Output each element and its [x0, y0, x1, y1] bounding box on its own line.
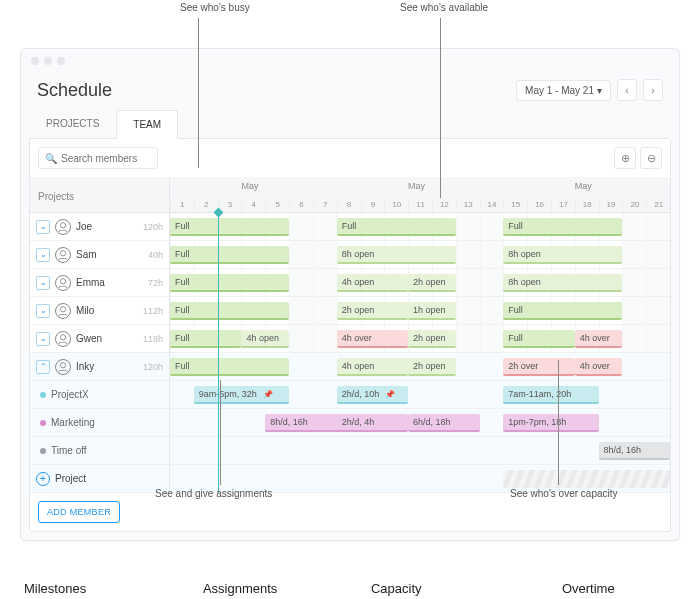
allocation-bar[interactable] — [503, 470, 670, 488]
day-column-header: 5 — [265, 200, 289, 209]
day-column-header: 15 — [503, 200, 527, 209]
allocation-bar[interactable]: 2h open — [408, 274, 456, 292]
allocation-bar[interactable]: Full — [503, 330, 574, 348]
allocation-bar[interactable]: 8h/d, 16h — [599, 442, 670, 460]
annotation-busy: See who's busy — [180, 2, 250, 13]
feature-title: Overtime — [562, 581, 676, 596]
allocation-bar[interactable]: 4h over — [575, 358, 623, 376]
allocation-bar[interactable]: Full — [170, 218, 289, 236]
member-name: Emma — [76, 277, 143, 288]
chevron-down-icon: ▾ — [597, 85, 602, 96]
day-column-header: 17 — [551, 200, 575, 209]
allocation-bar[interactable]: 2h/d, 10h📌 — [337, 386, 408, 404]
allocation-bar[interactable]: 9am-5pm, 32h📌 — [194, 386, 289, 404]
annotation-available: See who's available — [400, 2, 488, 13]
avatar-icon — [55, 303, 71, 319]
project-color-dot — [40, 392, 46, 398]
allocation-bar[interactable]: 8h open — [503, 274, 622, 292]
member-row-joe[interactable]: ⌄ Joe 120h — [30, 213, 169, 241]
expand-icon[interactable]: ⌄ — [36, 304, 50, 318]
project-row-marketing[interactable]: Marketing — [30, 409, 169, 437]
day-column-header: 10 — [384, 200, 408, 209]
day-column-header: 2 — [194, 200, 218, 209]
allocation-bar[interactable]: 2h over — [503, 358, 574, 376]
project-row-timeoff[interactable]: Time off — [30, 437, 169, 465]
svg-point-4 — [60, 334, 65, 339]
allocation-bar[interactable]: 4h over — [575, 330, 623, 348]
project-color-dot — [40, 420, 46, 426]
traffic-light-min[interactable] — [44, 57, 52, 65]
member-hours: 40h — [148, 250, 163, 260]
member-row-gwen[interactable]: ⌄ Gwen 118h — [30, 325, 169, 353]
allocation-bar[interactable]: 4h open — [337, 274, 408, 292]
expand-icon[interactable]: ⌄ — [36, 248, 50, 262]
member-row-inky[interactable]: ⌃ Inky 120h — [30, 353, 169, 381]
allocation-bar[interactable]: 8h open — [503, 246, 622, 264]
add-member-button[interactable]: ADD MEMBER — [38, 501, 120, 523]
svg-point-0 — [60, 222, 65, 227]
allocation-bar[interactable]: Full — [170, 246, 289, 264]
search-icon: 🔍 — [45, 153, 57, 164]
allocation-bar[interactable]: 1pm-7pm, 18h — [503, 414, 598, 432]
next-button[interactable]: › — [643, 79, 663, 101]
day-column-header: 13 — [456, 200, 480, 209]
member-hours: 72h — [148, 278, 163, 288]
day-column-header: 19 — [599, 200, 623, 209]
timeline: MayMayMay 123456789101112131415161718192… — [170, 177, 670, 493]
pin-icon: 📌 — [263, 390, 273, 399]
traffic-light-close[interactable] — [31, 57, 39, 65]
expand-icon[interactable]: ⌄ — [36, 276, 50, 290]
allocation-bar[interactable]: 2h/d, 4h — [337, 414, 408, 432]
search-input-wrap[interactable]: 🔍 — [38, 147, 158, 169]
annotation-line — [558, 360, 559, 485]
zoom-in-button[interactable]: ⊕ — [614, 147, 636, 169]
traffic-light-max[interactable] — [57, 57, 65, 65]
project-row-projectx[interactable]: ProjectX — [30, 381, 169, 409]
member-row-emma[interactable]: ⌄ Emma 72h — [30, 269, 169, 297]
date-range-picker[interactable]: May 1 - May 21 ▾ — [516, 80, 611, 101]
allocation-bar[interactable]: 2h open — [408, 358, 456, 376]
day-column-header: 6 — [289, 200, 313, 209]
timeline-header: MayMayMay 123456789101112131415161718192… — [170, 177, 670, 213]
allocation-bar[interactable]: Full — [170, 330, 241, 348]
expand-icon[interactable]: ⌄ — [36, 220, 50, 234]
allocation-bar[interactable]: 2h open — [337, 302, 408, 320]
project-name: Time off — [51, 445, 163, 456]
day-column-header: 12 — [432, 200, 456, 209]
member-name: Gwen — [76, 333, 138, 344]
collapse-icon[interactable]: ⌃ — [36, 360, 50, 374]
allocation-bar[interactable]: Full — [337, 218, 456, 236]
allocation-bar[interactable]: Full — [170, 302, 289, 320]
prev-button[interactable]: ‹ — [617, 79, 637, 101]
allocation-bar[interactable]: Full — [503, 218, 622, 236]
member-row-sam[interactable]: ⌄ Sam 40h — [30, 241, 169, 269]
allocation-bar[interactable]: 8h open — [337, 246, 456, 264]
day-column-header: 16 — [527, 200, 551, 209]
svg-point-2 — [60, 278, 65, 283]
feature-title: Capacity — [371, 581, 528, 596]
allocation-bar[interactable]: 4h open — [337, 358, 408, 376]
allocation-bar[interactable]: Full — [170, 358, 289, 376]
member-hours: 112h — [143, 306, 163, 316]
allocation-bar[interactable]: 2h open — [408, 330, 456, 348]
annotation-overcapacity: See who's over capacity — [510, 488, 618, 499]
allocation-bar[interactable]: Full — [503, 302, 622, 320]
add-project-row[interactable]: + Project — [30, 465, 169, 493]
feature-title: Assignments — [203, 581, 337, 596]
allocation-bar[interactable]: 4h open — [241, 330, 289, 348]
tab-team[interactable]: TEAM — [116, 110, 178, 139]
expand-icon[interactable]: ⌄ — [36, 332, 50, 346]
window-controls — [21, 49, 679, 73]
allocation-bar[interactable]: 6h/d, 18h — [408, 414, 479, 432]
search-input[interactable] — [61, 153, 141, 164]
day-column-header: 7 — [313, 200, 337, 209]
zoom-out-button[interactable]: ⊖ — [640, 147, 662, 169]
allocation-bar[interactable]: 7am-11am, 20h — [503, 386, 598, 404]
allocation-bar[interactable]: Full — [170, 274, 289, 292]
allocation-bar[interactable]: 1h open — [408, 302, 456, 320]
tab-projects[interactable]: PROJECTS — [29, 109, 116, 138]
avatar-icon — [55, 219, 71, 235]
allocation-bar[interactable]: 4h over — [337, 330, 408, 348]
feature-capacity: Capacity See who's available at a glance… — [371, 581, 528, 599]
member-row-milo[interactable]: ⌄ Milo 112h — [30, 297, 169, 325]
